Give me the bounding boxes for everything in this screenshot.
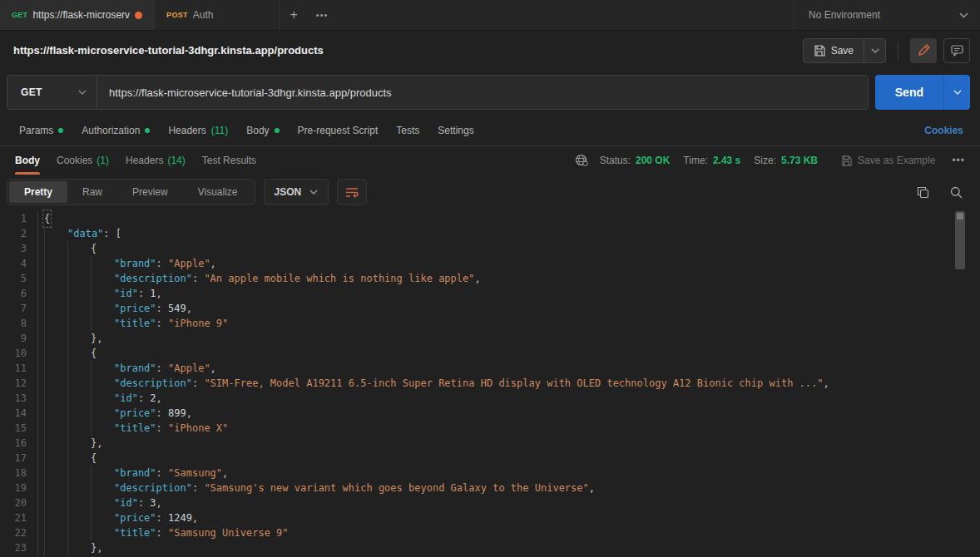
indent-guide [44, 540, 67, 555]
token: 549 [168, 301, 186, 316]
line-content: "brand": "Apple", [38, 256, 216, 271]
scrollbar-thumb[interactable] [955, 211, 965, 269]
title-actions: Save [803, 38, 970, 63]
pencil-icon [918, 44, 930, 57]
indent-guide [44, 361, 67, 376]
time-value[interactable]: 2.43 s [713, 155, 740, 166]
line-number: 20 [0, 495, 38, 510]
url-input[interactable] [97, 76, 868, 109]
environment-selector[interactable]: No Environment [793, 0, 980, 30]
line-content: "id": 2, [38, 391, 162, 406]
code-line: 18"brand": "Samsung", [0, 466, 980, 481]
line-number: 2 [0, 226, 38, 241]
indent-guide [67, 481, 91, 495]
tab-params[interactable]: Params [10, 115, 72, 145]
save-as-example-label: Save as Example [858, 155, 935, 166]
token: 2 [150, 391, 156, 406]
tab-authorization[interactable]: Authorization [72, 115, 159, 145]
token: "description" [114, 481, 192, 495]
line-content: "description": "Samsung's new variant wh… [38, 481, 595, 495]
line-number: 12 [0, 376, 38, 391]
response-tab-body[interactable]: Body [7, 146, 48, 175]
indent-guide [91, 361, 114, 376]
tab-label: Settings [438, 125, 473, 136]
cookies-link[interactable]: Cookies [918, 125, 970, 136]
new-tab-button[interactable]: + [280, 0, 308, 30]
time-label: Time: [683, 155, 708, 166]
scrollbar-grip[interactable] [957, 213, 963, 219]
indent-guide [91, 286, 114, 301]
tab-tests[interactable]: Tests [387, 115, 428, 145]
response-view-switcher: PrettyRawPreviewVisualize [7, 179, 255, 205]
search-button[interactable] [943, 180, 968, 205]
view-tab-raw[interactable]: Raw [67, 181, 117, 203]
response-tab-test-results[interactable]: Test Results [194, 146, 265, 175]
response-tab-headers[interactable]: Headers(14) [117, 146, 194, 175]
tab-options-icon[interactable]: ••• [308, 0, 336, 30]
save-split-button: Save [803, 38, 886, 63]
response-options-icon[interactable]: ••• [947, 155, 970, 166]
indent-guide [44, 406, 67, 421]
line-content: "title": "Samsung Universe 9" [38, 525, 289, 540]
tab-headers[interactable]: Headers(11) [159, 115, 237, 145]
wrap-text-button[interactable] [337, 179, 367, 205]
method-select[interactable]: GET [7, 76, 97, 109]
tab-body[interactable]: Body [237, 115, 288, 145]
indent-guide [44, 451, 67, 466]
indent-guide [67, 466, 91, 481]
search-icon [950, 186, 963, 199]
response-tab-cookies[interactable]: Cookies(1) [48, 146, 117, 175]
response-toolbar: PrettyRawPreviewVisualize JSON [0, 175, 980, 209]
workspace-tabbar: GEThttps://flask-microservPOSTAuth + •••… [0, 0, 980, 31]
token: "iPhone 9" [168, 316, 228, 331]
comments-button[interactable] [943, 38, 970, 63]
code-line: 23}, [0, 540, 980, 555]
indent-guide [44, 286, 67, 301]
code-line: 20"id": 3, [0, 495, 980, 510]
edit-documentation-button[interactable] [910, 38, 937, 63]
send-options-caret[interactable] [943, 75, 970, 110]
code-line: 2"data": [ [0, 226, 980, 241]
line-content: "price": 549, [38, 301, 192, 316]
unsaved-dot-icon[interactable] [135, 12, 142, 19]
request-builder: GET Send [0, 70, 980, 115]
save-button[interactable]: Save [804, 39, 864, 62]
save-as-example-button[interactable]: Save as Example [841, 155, 935, 166]
tab-method-label: GET [12, 11, 27, 19]
workspace-tab[interactable]: POSTAuth [155, 0, 280, 30]
tab-pre-request-script[interactable]: Pre-request Script [289, 115, 388, 145]
copy-button[interactable] [910, 180, 935, 205]
token: "id" [114, 391, 138, 406]
globe-lock-icon[interactable] [575, 154, 588, 167]
send-button[interactable]: Send [875, 75, 943, 110]
code-line: 4"brand": "Apple", [0, 256, 980, 271]
tab-settings[interactable]: Settings [428, 115, 483, 145]
line-number: 11 [0, 361, 38, 376]
indent-guide [91, 481, 114, 495]
view-tab-pretty[interactable]: Pretty [9, 181, 67, 203]
token: "id" [114, 495, 138, 510]
tabbar-spacer [336, 0, 793, 30]
line-number: 6 [0, 286, 38, 301]
code-line: 15"title": "iPhone X" [0, 421, 980, 436]
status-value[interactable]: 200 OK [636, 155, 670, 166]
wrap-text-icon [345, 187, 359, 198]
view-tab-visualize[interactable]: Visualize [183, 181, 253, 203]
tab-label: Tests [396, 125, 419, 136]
format-select[interactable]: JSON [264, 179, 329, 205]
indent-guide [44, 301, 67, 316]
indent-guide [91, 301, 114, 316]
line-content: { [38, 346, 97, 361]
line-number: 3 [0, 241, 38, 256]
token: }, [91, 331, 102, 346]
workspace-tab[interactable]: GEThttps://flask-microserv [0, 0, 155, 30]
token: "brand" [114, 466, 156, 481]
save-options-caret[interactable] [864, 39, 885, 62]
view-tab-preview[interactable]: Preview [117, 181, 183, 203]
indent-guide [44, 331, 67, 346]
token: "description" [114, 271, 192, 286]
token: "Apple" [168, 256, 210, 271]
token: , [589, 481, 595, 495]
code-line: 10{ [0, 346, 980, 361]
size-value[interactable]: 5.73 KB [781, 155, 818, 166]
